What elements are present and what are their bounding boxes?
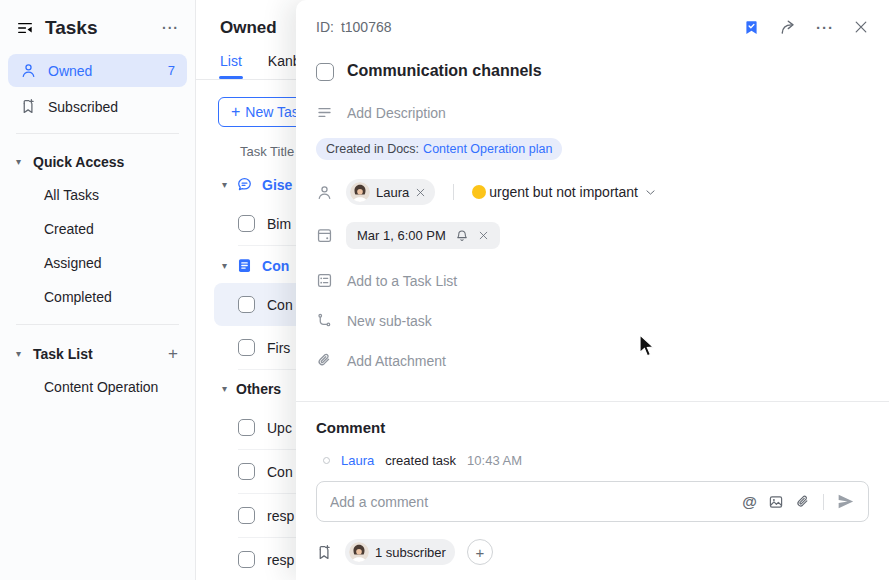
- comment-section: Comment Laura created task 10:43 AM @: [296, 402, 889, 565]
- remove-assignee-icon[interactable]: [415, 187, 426, 198]
- add-task-list-icon[interactable]: +: [168, 345, 179, 362]
- task-list-header[interactable]: ▾ Task List +: [0, 335, 195, 370]
- subscribed-bookmark-icon: [20, 98, 37, 115]
- sidebar-item-label: Owned: [48, 63, 92, 79]
- origin-chip-row: Created in Docs: Content Operation plan: [296, 138, 889, 160]
- mention-at-icon[interactable]: @: [742, 494, 757, 509]
- sidebar-divider: [16, 324, 179, 325]
- task-list-icon: [316, 272, 333, 289]
- sidebar-divider: [16, 133, 179, 134]
- subscribed-bookmark-check-icon[interactable]: [743, 19, 760, 36]
- task-list-placeholder: Add to a Task List: [347, 273, 457, 289]
- image-icon[interactable]: [768, 494, 784, 510]
- close-icon[interactable]: [853, 19, 869, 35]
- sidebar-item-created[interactable]: Created: [0, 212, 195, 246]
- subscriber-count-label: 1 subscriber: [375, 545, 446, 560]
- app-title: Tasks: [45, 17, 151, 39]
- task-title: Upc: [267, 420, 292, 436]
- tab-list[interactable]: List: [220, 53, 242, 79]
- calendar-icon: [316, 227, 333, 244]
- owned-count-badge: 7: [168, 63, 175, 78]
- subscriber-avatar: [349, 542, 369, 562]
- assignee-person-icon: [316, 184, 333, 201]
- add-description-row[interactable]: Add Description: [296, 104, 889, 121]
- paperclip-icon: [316, 352, 333, 369]
- sidebar-collapse-icon[interactable]: [16, 19, 34, 37]
- task-title-row: Communication channels: [296, 54, 889, 81]
- remove-due-date-icon[interactable]: [478, 230, 489, 241]
- detail-header: ID:t100768 ···: [296, 0, 889, 54]
- task-checkbox[interactable]: [238, 507, 255, 524]
- add-attachment-row[interactable]: Add Attachment: [296, 352, 889, 369]
- sidebar: Tasks ··· Owned 7 Subscribed ▾ Quick Acc…: [0, 0, 196, 580]
- priority-dot: [472, 185, 486, 199]
- task-checkbox[interactable]: [238, 296, 255, 313]
- quick-access-header[interactable]: ▾ Quick Access: [0, 144, 195, 178]
- subscribers-row: 1 subscriber +: [316, 539, 869, 565]
- attach-file-icon[interactable]: [795, 494, 811, 510]
- assignee-row: Laura urgent but not important: [296, 179, 889, 205]
- task-title: Con: [267, 297, 293, 313]
- comment-heading: Comment: [316, 419, 869, 436]
- caret-down-icon[interactable]: ▾: [16, 349, 21, 359]
- assignee-pill[interactable]: Laura: [346, 179, 435, 205]
- send-icon[interactable]: [836, 492, 855, 511]
- caret-down-icon[interactable]: ▾: [222, 261, 227, 271]
- priority-label: urgent but not important: [489, 184, 638, 200]
- activity-action: created task: [385, 453, 456, 468]
- sidebar-item-completed[interactable]: Completed: [0, 280, 195, 314]
- vertical-divider: [823, 494, 824, 510]
- task-title: resp: [267, 552, 294, 568]
- add-to-task-list-row[interactable]: Add to a Task List: [296, 272, 889, 289]
- more-icon[interactable]: ···: [816, 20, 834, 35]
- task-checkbox[interactable]: [238, 419, 255, 436]
- sidebar-item-assigned[interactable]: Assigned: [0, 246, 195, 280]
- task-complete-checkbox[interactable]: [316, 63, 334, 81]
- caret-down-icon[interactable]: ▾: [222, 384, 227, 394]
- reminder-bell-icon[interactable]: [455, 229, 469, 243]
- priority-selector[interactable]: urgent but not important: [472, 184, 657, 200]
- task-checkbox[interactable]: [238, 339, 255, 356]
- sidebar-item-owned[interactable]: Owned 7: [8, 54, 187, 87]
- activity-time: 10:43 AM: [467, 453, 522, 468]
- detail-actions: ···: [743, 18, 869, 36]
- subtask-placeholder: New sub-task: [347, 313, 432, 329]
- task-title: Communication channels: [347, 62, 542, 80]
- task-detail-panel: ID:t100768 ··· Communication channels: [296, 0, 889, 580]
- sidebar-more-icon[interactable]: ···: [162, 21, 179, 35]
- caret-down-icon[interactable]: ▾: [16, 157, 21, 167]
- caret-down-icon[interactable]: ▾: [222, 180, 227, 190]
- activity-row: Laura created task 10:43 AM: [316, 453, 869, 468]
- new-subtask-row[interactable]: New sub-task: [296, 312, 889, 329]
- task-checkbox[interactable]: [238, 551, 255, 568]
- doc-link[interactable]: Content Operation plan: [423, 142, 552, 156]
- task-checkbox[interactable]: [238, 463, 255, 480]
- comment-input[interactable]: [330, 494, 731, 510]
- task-title: Firs: [267, 340, 290, 356]
- task-id: ID:t100768: [316, 19, 392, 35]
- activity-bullet-icon: [323, 457, 330, 464]
- due-date-row: Mar 1, 6:00 PM: [296, 222, 889, 249]
- task-title: Bim: [267, 216, 291, 232]
- vertical-divider: [453, 184, 454, 200]
- sidebar-item-label: Subscribed: [48, 99, 118, 115]
- assignee-avatar: [350, 182, 370, 202]
- owned-person-icon: [20, 62, 37, 79]
- sidebar-item-content-operation[interactable]: Content Operation: [0, 370, 195, 404]
- subtask-icon: [316, 312, 333, 329]
- task-list-title: Task List: [33, 346, 93, 362]
- sidebar-item-all-tasks[interactable]: All Tasks: [0, 178, 195, 212]
- sidebar-item-subscribed[interactable]: Subscribed: [8, 90, 187, 123]
- chat-group-icon: [236, 176, 253, 193]
- group-label: Others: [236, 381, 281, 397]
- share-icon[interactable]: [779, 18, 797, 36]
- add-subscriber-button[interactable]: +: [467, 539, 493, 565]
- quick-access-title: Quick Access: [33, 154, 124, 170]
- doc-group-icon: [236, 257, 253, 274]
- subscriber-pill[interactable]: 1 subscriber: [345, 539, 455, 565]
- task-checkbox[interactable]: [238, 215, 255, 232]
- due-date-pill[interactable]: Mar 1, 6:00 PM: [346, 222, 500, 249]
- assignee-name: Laura: [376, 185, 409, 200]
- subscriber-bookmark-icon: [316, 544, 333, 561]
- activity-actor[interactable]: Laura: [341, 453, 374, 468]
